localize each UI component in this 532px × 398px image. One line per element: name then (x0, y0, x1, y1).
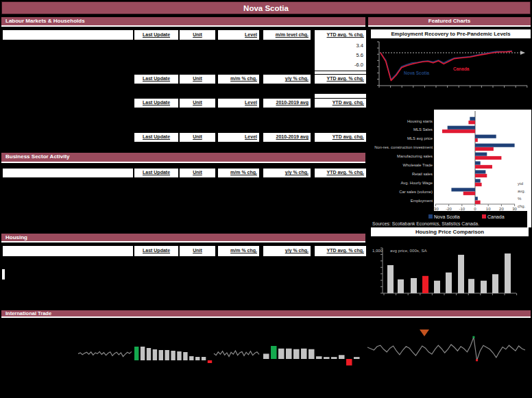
column-header-cell: Last Update (134, 99, 178, 108)
svg-text:-10: -10 (459, 207, 465, 211)
column-header-cell: Unit (180, 99, 215, 108)
column-header-cell: 2010-2019 avg (263, 99, 311, 108)
svg-text:-20: -20 (446, 207, 452, 211)
svg-text:Canada: Canada (453, 66, 470, 71)
svg-text:chg.: chg. (518, 204, 526, 208)
nova-scotia-report-page: Nova Scotia Labour Markets & Households … (0, 0, 532, 398)
svg-text:Sources: Scotiabank Economics,: Sources: Scotiabank Economics, Statistic… (372, 221, 479, 226)
column-header-cell: y/y % chg. (263, 75, 311, 84)
svg-text:Manufacturing sales: Manufacturing sales (397, 154, 433, 158)
row-description-cell (3, 169, 133, 177)
trade-sparkline-3 (367, 334, 526, 364)
housing-price-bar-chart: 1,000avg price, 000s, SA (371, 244, 531, 299)
svg-text:%: % (518, 197, 522, 201)
column-header-cell: Last Update (134, 169, 178, 177)
column-header-cell: m/m % chg. (218, 246, 259, 256)
trade-sparkline-1 (77, 345, 132, 362)
column-header-cell: Unit (180, 30, 215, 40)
ytd-value: 3.4 (315, 41, 363, 51)
svg-text:20: 20 (499, 207, 504, 211)
trade-sparkbars-1 (134, 346, 213, 363)
column-header-cell: Unit (180, 75, 215, 84)
down-triangle-marker-icon (420, 329, 429, 336)
svg-text:avg.: avg. (518, 189, 526, 193)
svg-text:Housing starts: Housing starts (407, 119, 433, 123)
svg-text:Avg. Hourly Wage: Avg. Hourly Wage (401, 181, 433, 185)
svg-text:ytd: ytd (518, 182, 523, 186)
column-header-cell: Level (218, 133, 259, 142)
column-header-cell: YTD avg. % chg. (315, 169, 366, 177)
column-header-cell: YTD avg. % chg. (315, 75, 366, 84)
svg-text:avg price, 000s, SA: avg price, 000s, SA (390, 248, 428, 253)
column-header-cell: YTD avg. % chg. (315, 30, 366, 40)
cell-sliver (315, 94, 366, 98)
svg-text:Employment: Employment (411, 199, 433, 203)
svg-text:Nova Scotia: Nova Scotia (404, 71, 430, 75)
section-header-featured-charts: Featured Charts (368, 17, 531, 27)
svg-text:1,000: 1,000 (372, 249, 383, 253)
trade-sparkbars-2 (263, 345, 361, 366)
column-header-cell: m/m % chg. (218, 75, 259, 84)
row-description-cell (3, 246, 133, 256)
column-header-cell: y/y % chg. (263, 169, 311, 177)
employment-chart-title: Employment Recovery to Pre-Pandemic Leve… (371, 29, 531, 38)
column-header-cell: y/y % chg. (263, 246, 311, 256)
column-header-cell: Unit (180, 133, 215, 142)
svg-text:MLS avg price: MLS avg price (407, 136, 433, 140)
column-header-cell: Level (218, 30, 259, 40)
column-header-cell: YTD avg. chg. (315, 99, 366, 108)
cell-sliver (315, 71, 366, 74)
row-description-cell (3, 30, 133, 40)
column-header-cell: Last Update (134, 30, 178, 40)
column-header-cell: Unit (180, 246, 215, 256)
column-header-cell: Last Update (134, 133, 178, 142)
column-header-cell: Last Update (134, 75, 178, 84)
column-header-cell: YTD avg. chg. (315, 133, 366, 142)
svg-text:Non-res. construction investme: Non-res. construction investment (374, 145, 433, 149)
svg-text:Wholesale Trade: Wholesale Trade (403, 163, 433, 167)
column-header-cell: Last Update (134, 246, 178, 256)
svg-text:Car sales (volume): Car sales (volume) (399, 190, 433, 194)
ytd-value: 5.6 (315, 51, 363, 60)
svg-text:10: 10 (486, 207, 491, 211)
ytd-value: -6.0 (315, 60, 363, 70)
svg-text:Nova Scotia: Nova Scotia (434, 214, 460, 219)
trade-sparkline-2 (213, 345, 260, 362)
ytd-values-box: 3.4 5.6 -6.0 (315, 40, 366, 71)
svg-text:MLS Sales: MLS Sales (413, 127, 433, 132)
partial-cell-fragment (2, 269, 5, 279)
column-header-cell: YTD avg. % chg. (315, 246, 366, 256)
business-activity-bar-chart: -30-20-100102030Housing startsMLS SalesM… (371, 108, 531, 228)
column-header-cell: m/m % chg. (218, 169, 259, 177)
column-header-cell: Unit (180, 169, 215, 177)
svg-text:30: 30 (512, 207, 517, 211)
svg-text:Retail sales: Retail sales (412, 172, 433, 176)
svg-text:Canada: Canada (487, 214, 505, 219)
column-header-cell: 2010-2019 avg (263, 133, 311, 142)
housing-price-chart-title: Housing Price Comparison (371, 227, 529, 236)
column-header-cell: m/m level chg. (263, 30, 311, 40)
column-header-cell: Level (218, 99, 259, 108)
employment-recovery-line-chart: Nova ScotiaCanada (371, 39, 530, 91)
svg-text:-30: -30 (433, 207, 439, 211)
